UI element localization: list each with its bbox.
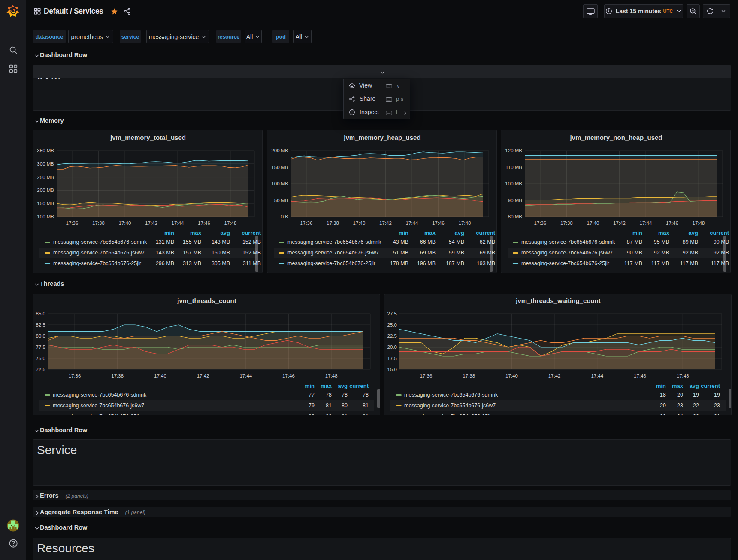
svg-text:17:42: 17:42 [379,221,392,226]
svg-text:82.5: 82.5 [36,322,45,327]
svg-text:0 B: 0 B [281,214,289,219]
svg-text:17:38: 17:38 [92,221,105,226]
svg-text:17:36: 17:36 [420,373,433,378]
svg-text:72.5: 72.5 [36,367,45,372]
svg-text:300 MB: 300 MB [37,161,54,166]
svg-text:17:38: 17:38 [111,373,124,378]
svg-text:250 MB: 250 MB [37,175,54,180]
svg-text:17:36: 17:36 [534,221,547,226]
svg-text:17:40: 17:40 [587,221,599,226]
svg-text:17:40: 17:40 [505,373,518,378]
svg-text:17:44: 17:44 [239,373,252,378]
svg-text:350 MB: 350 MB [37,148,54,153]
svg-text:80 MB: 80 MB [508,214,523,219]
svg-text:50 MB: 50 MB [274,198,289,203]
svg-text:17:40: 17:40 [154,373,166,378]
svg-text:17:48: 17:48 [693,221,705,226]
svg-text:120 MB: 120 MB [505,148,522,153]
svg-text:17:36: 17:36 [300,221,313,226]
svg-text:80.0: 80.0 [36,333,45,339]
svg-text:17:46: 17:46 [432,221,445,226]
svg-text:100 MB: 100 MB [271,181,288,186]
svg-text:17:48: 17:48 [325,373,338,378]
svg-text:17:44: 17:44 [640,221,652,226]
svg-text:17:36: 17:36 [69,373,81,378]
svg-text:17:42: 17:42 [613,221,626,226]
svg-text:17:38: 17:38 [463,373,475,378]
svg-text:15.0: 15.0 [387,367,397,372]
svg-text:17:42: 17:42 [145,221,157,226]
svg-text:90 MB: 90 MB [508,198,523,203]
svg-text:85.0: 85.0 [36,311,45,316]
svg-text:17:42: 17:42 [548,373,561,378]
svg-text:17:42: 17:42 [197,373,209,378]
svg-text:200 MB: 200 MB [37,188,54,193]
svg-text:75.0: 75.0 [36,356,45,361]
svg-text:17:40: 17:40 [353,221,366,226]
svg-text:17:48: 17:48 [677,373,689,378]
svg-text:200 MB: 200 MB [271,148,288,153]
svg-text:20.0: 20.0 [387,345,397,350]
svg-text:17:46: 17:46 [198,221,210,226]
svg-text:150 MB: 150 MB [271,165,288,170]
svg-text:17:46: 17:46 [282,373,295,378]
svg-text:100 MB: 100 MB [505,181,522,186]
svg-text:110 MB: 110 MB [505,165,522,170]
svg-text:17:46: 17:46 [634,373,646,378]
svg-text:17:38: 17:38 [327,221,339,226]
svg-text:17:44: 17:44 [172,221,184,226]
svg-text:22.5: 22.5 [387,333,397,339]
svg-text:27.5: 27.5 [387,311,397,316]
svg-text:17:40: 17:40 [119,221,131,226]
svg-text:150 MB: 150 MB [37,201,54,206]
svg-text:17:36: 17:36 [66,221,79,226]
svg-text:100 MB: 100 MB [37,214,54,219]
svg-text:17:46: 17:46 [666,221,678,226]
svg-text:17:44: 17:44 [591,373,603,378]
svg-text:17:48: 17:48 [459,221,471,226]
svg-text:17:38: 17:38 [560,221,573,226]
svg-text:25.0: 25.0 [387,322,397,327]
svg-text:17:44: 17:44 [406,221,418,226]
svg-text:77.5: 77.5 [36,345,45,350]
svg-text:17:48: 17:48 [224,221,237,226]
svg-text:17.5: 17.5 [387,356,397,361]
